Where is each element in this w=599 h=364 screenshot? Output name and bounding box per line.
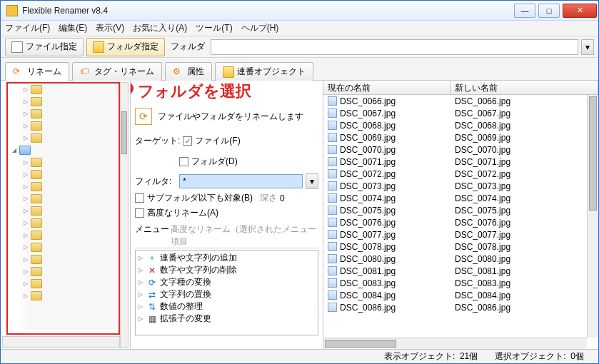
table-row[interactable]: DSC_0076.jpgDSC_0076.jpg xyxy=(323,216,587,228)
tree-scrollbar-vertical[interactable] xyxy=(120,82,129,348)
folder-spec-button[interactable]: フォルダ指定 xyxy=(86,38,165,56)
filter-input[interactable] xyxy=(179,174,303,188)
target-folder-label: フォルダ(D) xyxy=(191,156,238,168)
target-file-checkbox[interactable]: ✓ xyxy=(183,136,192,146)
selected-count: 0個 xyxy=(570,351,584,361)
menu-favorites[interactable]: お気に入り(A) xyxy=(133,22,187,34)
new-name: DSC_0077.jpg xyxy=(455,230,510,240)
tab-rename[interactable]: ⟳ リネーム xyxy=(5,62,69,81)
target-label: ターゲット: xyxy=(135,135,180,147)
table-row[interactable]: DSC_0086.jpgDSC_0086.jpg xyxy=(323,301,587,313)
subfolder-label: サブフォルダ以下も対象(B) xyxy=(147,192,253,204)
file-list-panel: 現在の名前 新しい名前 DSC_0066.jpgDSC_0066.jpgDSC_… xyxy=(323,81,598,349)
table-row[interactable]: DSC_0084.jpgDSC_0084.jpg xyxy=(323,289,587,301)
table-row[interactable]: DSC_0067.jpgDSC_0067.jpg xyxy=(323,107,587,119)
new-name: DSC_0073.jpg xyxy=(455,181,510,191)
advanced-checkbox[interactable] xyxy=(135,208,144,218)
folder-path-dropdown[interactable]: ▾ xyxy=(581,39,594,55)
tree-scrollbar-horizontal[interactable] xyxy=(2,336,120,348)
image-file-icon xyxy=(328,193,337,203)
file-spec-label: ファイル指定 xyxy=(26,41,77,53)
folder-icon xyxy=(31,218,42,228)
column-current-name[interactable]: 現在の名前 xyxy=(323,81,450,94)
table-row[interactable]: DSC_0080.jpgDSC_0080.jpg xyxy=(323,253,587,265)
current-name: DSC_0078.jpg xyxy=(340,242,396,252)
table-row[interactable]: DSC_0078.jpgDSC_0078.jpg xyxy=(323,241,587,253)
file-spec-button[interactable]: ファイル指定 xyxy=(5,38,84,56)
file-list-header: 現在の名前 新しい名前 xyxy=(323,81,598,95)
list-scrollbar-horizontal[interactable] xyxy=(323,338,587,349)
folder-icon xyxy=(31,243,42,252)
filter-dropdown[interactable]: ▾ xyxy=(306,173,318,189)
table-row[interactable]: DSC_0071.jpgDSC_0071.jpg xyxy=(323,156,587,168)
table-row[interactable]: DSC_0069.jpgDSC_0069.jpg xyxy=(323,131,587,143)
image-file-icon xyxy=(328,181,337,191)
table-row[interactable]: DSC_0074.jpgDSC_0074.jpg xyxy=(323,192,587,204)
rename-icon: ⟳ xyxy=(13,66,24,78)
list-scrollbar-vertical[interactable] xyxy=(587,95,598,338)
minimize-button[interactable]: — xyxy=(514,4,535,18)
table-row[interactable]: DSC_0083.jpgDSC_0083.jpg xyxy=(323,277,587,289)
current-name: DSC_0067.jpg xyxy=(340,108,396,118)
table-row[interactable]: DSC_0075.jpgDSC_0075.jpg xyxy=(323,204,587,216)
close-button[interactable]: ✕ xyxy=(563,4,597,18)
table-row[interactable]: DSC_0077.jpgDSC_0077.jpg xyxy=(323,228,587,241)
image-file-icon xyxy=(328,121,337,130)
menu-item-label: 拡張子の変更 xyxy=(160,313,211,325)
tab-attributes[interactable]: ⚙ 属性 xyxy=(165,62,212,81)
folder-icon xyxy=(19,146,31,155)
extension-icon: ▦ xyxy=(147,314,157,324)
menu-tools[interactable]: ツール(T) xyxy=(196,22,232,34)
image-file-icon xyxy=(328,133,337,142)
target-file-label: ファイル(F) xyxy=(195,135,240,147)
table-row[interactable]: DSC_0070.jpgDSC_0070.jpg xyxy=(323,143,587,156)
table-row[interactable]: DSC_0066.jpgDSC_0066.jpg xyxy=(323,95,587,107)
tab-tag-rename-label: タグ・リネーム xyxy=(94,66,154,78)
new-name: DSC_0080.jpg xyxy=(455,254,510,264)
menu-file[interactable]: ファイル(F) xyxy=(5,22,50,34)
subfolder-checkbox[interactable] xyxy=(135,193,144,203)
table-row[interactable]: DSC_0072.jpgDSC_0072.jpg xyxy=(323,168,587,180)
convert-icon: ⟳ xyxy=(147,278,157,288)
filter-label: フィルタ: xyxy=(135,176,176,188)
table-row[interactable]: DSC_0073.jpgDSC_0073.jpg xyxy=(323,180,587,192)
depth-value[interactable]: 0 xyxy=(280,193,285,203)
tab-tag-rename[interactable]: 🏷 タグ・リネーム xyxy=(72,62,162,81)
maximize-button[interactable]: □ xyxy=(538,4,560,18)
new-name: DSC_0086.jpg xyxy=(455,303,510,313)
folder-path-input[interactable] xyxy=(211,39,578,55)
table-row[interactable]: DSC_0081.jpgDSC_0081.jpg xyxy=(323,265,587,277)
tag-icon: 🏷 xyxy=(80,66,91,78)
target-folder-checkbox[interactable] xyxy=(179,157,188,166)
new-name: DSC_0083.jpg xyxy=(455,278,510,288)
folder-icon xyxy=(31,291,42,300)
menu-view[interactable]: 表示(V) xyxy=(96,22,124,34)
menu-item-label: 文字列の置換 xyxy=(160,288,211,300)
current-name: DSC_0066.jpg xyxy=(340,96,396,106)
statusbar: 表示オブジェクト: 21個 選択オブジェクト: 0個 xyxy=(1,349,598,363)
options-header-text: ファイルやフォルダをリネームします xyxy=(158,111,303,123)
toolbar-path: ファイル指定 フォルダ指定 フォルダ ▾ xyxy=(1,36,598,58)
menu-help[interactable]: ヘルプ(H) xyxy=(241,22,279,34)
menu-edit[interactable]: 編集(E) xyxy=(59,22,87,34)
folder-icon xyxy=(31,267,42,276)
rename-menu-tree[interactable]: ▷＋連番や文字列の追加 ▷✕数字や文字列の削除 ▷⟳文字種の変換 ▷⇄文字列の置… xyxy=(135,250,318,335)
folder-icon xyxy=(31,170,42,179)
table-row[interactable]: DSC_0068.jpgDSC_0068.jpg xyxy=(323,119,587,131)
new-name: DSC_0066.jpg xyxy=(455,96,510,106)
menu-item-label: 連番や文字列の追加 xyxy=(160,252,237,264)
tab-serial-objects[interactable]: 連番オブジェクト xyxy=(215,62,313,81)
folder-icon xyxy=(31,182,42,191)
new-name: DSC_0074.jpg xyxy=(455,193,510,203)
column-new-name[interactable]: 新しい名前 xyxy=(450,81,598,94)
folder-icon xyxy=(31,255,42,264)
titlebar: Flexible Renamer v8.4 — □ ✕ xyxy=(1,1,598,21)
file-list-body[interactable]: DSC_0066.jpgDSC_0066.jpgDSC_0067.jpgDSC_… xyxy=(323,95,598,349)
image-file-icon xyxy=(328,230,337,239)
folder-tree[interactable]: ▷ ▷ ▷ ▷ ▷ ◢ ▷ ▷ ▷ ▷ ▷ ▷ ▷ ▷ ▷ ▷ ▷ ▷ xyxy=(6,82,120,335)
folder-icon xyxy=(31,279,42,288)
new-name: DSC_0071.jpg xyxy=(455,157,510,167)
new-name: DSC_0072.jpg xyxy=(455,169,510,179)
new-name: DSC_0078.jpg xyxy=(455,242,510,252)
options-panel: 1 フォルダを選択 ⟳ ファイルやフォルダをリネームします ターゲット: ✓ フ… xyxy=(131,81,323,349)
